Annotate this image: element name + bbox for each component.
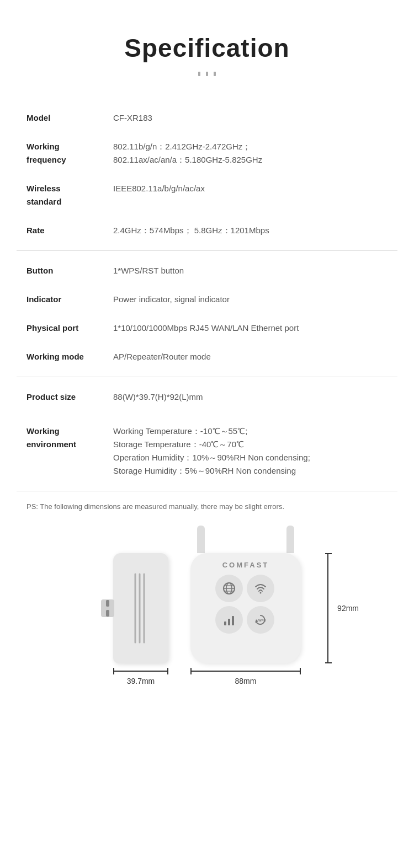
- divider-1: [17, 250, 397, 251]
- devices-row: 39.7mm COMFAST: [113, 526, 301, 685]
- title-icon: [17, 67, 397, 82]
- dim-box-front: 88mm: [190, 668, 301, 685]
- spec-row: Wireless standardIEEE802.11a/b/g/n/ac/ax: [17, 174, 397, 216]
- dim-tick-fr: [300, 668, 301, 674]
- spec-label: Rate: [17, 216, 102, 245]
- spec-value: CF-XR183: [102, 104, 397, 132]
- device1-lines: [124, 570, 157, 647]
- page-title: Specification: [17, 33, 397, 63]
- title-section: Specification: [17, 17, 397, 98]
- dim-tick-right: [167, 668, 168, 674]
- button-grid: WPS: [215, 575, 276, 635]
- divider-3: [17, 491, 397, 491]
- signal-icon: [215, 606, 243, 634]
- diagram-section: 39.7mm COMFAST: [17, 526, 397, 685]
- spec-table-4: Working environmentWorking Temperature：-…: [17, 417, 397, 485]
- plug-pin-left: [106, 600, 109, 607]
- spec-table-2: Button1*WPS/RST buttonIndicatorPower ind…: [17, 256, 397, 371]
- spec-label: Model: [17, 104, 102, 132]
- device2-antennas: [190, 526, 301, 553]
- device2-body: COMFAST: [190, 553, 301, 663]
- antenna-left: [197, 526, 205, 553]
- spec-value: IEEE802.11a/b/g/n/ac/ax: [102, 174, 397, 216]
- spec-value: Working Temperature：-10℃～55℃; Storage Te…: [102, 417, 397, 485]
- dim-vtick-top: [325, 553, 332, 554]
- spec-label: Working frequency: [17, 132, 102, 174]
- antenna-right: [286, 526, 294, 553]
- spec-value: AP/Repeater/Router mode: [102, 342, 397, 371]
- spec-row: Working modeAP/Repeater/Router mode: [17, 342, 397, 371]
- svg-rect-14: [232, 616, 234, 625]
- spec-row: Product size88(W)*39.7(H)*92(L)mm: [17, 383, 397, 411]
- wifi-icon: [247, 575, 274, 602]
- dim-height-label: 92mm: [337, 604, 359, 613]
- dim-arrow-width: [113, 668, 168, 674]
- page: Specification ModelCF-XR183Working frequ…: [0, 0, 414, 724]
- spec-row: Rate2.4GHz：574Mbps； 5.8GHz：1201Mbps: [17, 216, 397, 245]
- spec-row: Physical port1*10/100/1000Mbps RJ45 WAN/…: [17, 314, 397, 342]
- spec-value: 802.11b/g/n：2.412GHz-2.472GHz； 802.11ax/…: [102, 132, 397, 174]
- device1-body: [113, 553, 168, 663]
- device1-plug: [101, 599, 114, 617]
- dim-vline: [327, 553, 328, 663]
- device2-front: COMFAST: [190, 526, 301, 685]
- device1-side: 39.7mm: [113, 553, 168, 685]
- divider-2: [17, 377, 397, 377]
- svg-rect-0: [198, 72, 200, 76]
- spec-value: 1*10/100/1000Mbps RJ45 WAN/LAN Ethernet …: [102, 314, 397, 342]
- globe-icon: [215, 575, 243, 602]
- svg-rect-12: [224, 621, 226, 625]
- dim-front-label: 88mm: [235, 677, 257, 685]
- dim-vtick-bottom: [325, 662, 332, 663]
- plug-pin-right: [106, 610, 109, 617]
- ps-note: PS: The following dimensions are measure…: [26, 501, 388, 512]
- spec-label: Indicator: [17, 285, 102, 314]
- spec-row: Working frequency802.11b/g/n：2.412GHz-2.…: [17, 132, 397, 174]
- wps-icon: WPS: [247, 606, 274, 634]
- spec-value: 88(W)*39.7(H)*92(L)mm: [102, 383, 397, 411]
- dim-line-h-width: [114, 671, 167, 672]
- svg-text:WPS: WPS: [258, 619, 266, 622]
- spec-table-3: Product size88(W)*39.7(H)*92(L)mm: [17, 383, 397, 411]
- device2-brand: COMFAST: [222, 561, 269, 569]
- spec-table-1: ModelCF-XR183Working frequency802.11b/g/…: [17, 104, 397, 245]
- svg-rect-1: [206, 72, 208, 76]
- spec-value: Power indicator, signal indicator: [102, 285, 397, 314]
- dim-line-h-front: [192, 671, 300, 672]
- svg-rect-2: [214, 72, 216, 76]
- spec-row: IndicatorPower indicator, signal indicat…: [17, 285, 397, 314]
- spec-label: Physical port: [17, 314, 102, 342]
- spec-row: Working environmentWorking Temperature：-…: [17, 417, 397, 485]
- spec-label: Working environment: [17, 417, 102, 485]
- spec-label: Button: [17, 256, 102, 285]
- spec-value: 2.4GHz：574Mbps； 5.8GHz：1201Mbps: [102, 216, 397, 245]
- dim-arrow-front: [190, 668, 301, 674]
- spec-value: 1*WPS/RST button: [102, 256, 397, 285]
- dim-box-width: 39.7mm: [113, 668, 168, 685]
- dim-width-label: 39.7mm: [127, 677, 155, 685]
- spec-label: Working mode: [17, 342, 102, 371]
- spec-label: Wireless standard: [17, 174, 102, 216]
- spec-row: ModelCF-XR183: [17, 104, 397, 132]
- svg-point-11: [260, 592, 262, 593]
- spec-label: Product size: [17, 383, 102, 411]
- spec-row: Button1*WPS/RST button: [17, 256, 397, 285]
- svg-rect-13: [228, 619, 230, 625]
